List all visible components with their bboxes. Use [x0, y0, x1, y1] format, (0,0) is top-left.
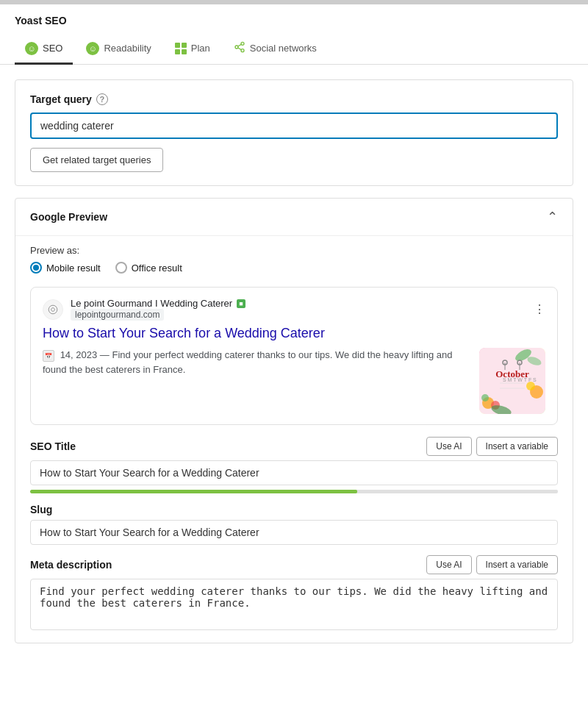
site-badge: ■	[237, 299, 245, 308]
main-content: Target query ? Get related target querie…	[0, 65, 588, 670]
tab-seo-label: SEO	[43, 43, 62, 54]
smiley-seo-icon: ☺	[25, 42, 38, 55]
tab-plan[interactable]: Plan	[165, 35, 220, 64]
target-query-input[interactable]	[30, 113, 558, 139]
google-preview-card: Le point Gourmand I Wedding Caterer ■ le…	[30, 287, 558, 425]
smiley-readability-icon: ☺	[86, 42, 99, 55]
get-related-button[interactable]: Get related target queries	[30, 148, 163, 172]
tab-seo[interactable]: ☺ SEO	[15, 35, 73, 65]
slug-label-row: Slug	[30, 504, 558, 515]
target-query-label-row: Target query ?	[30, 93, 558, 105]
preview-radio-group: Mobile result Office result	[30, 262, 558, 274]
tab-plan-label: Plan	[191, 43, 210, 54]
seo-title-label-row: SEO Title Use AI Insert a variable	[30, 437, 558, 456]
plan-icon	[175, 43, 187, 54]
slug-input[interactable]	[30, 520, 558, 545]
office-radio-dot	[115, 262, 127, 274]
site-name: Le point Gourmand I Wedding Caterer ■	[71, 298, 245, 309]
svg-text:S M T W T F S: S M T W T F S	[503, 377, 537, 382]
seo-title-label: SEO Title	[30, 440, 76, 452]
seo-title-progress-fill	[30, 490, 357, 493]
svg-point-7	[481, 394, 489, 401]
google-card-header: Le point Gourmand I Wedding Caterer ■ le…	[43, 298, 545, 321]
target-query-inner: Target query ? Get related target querie…	[15, 80, 573, 185]
google-thumbnail: October S M T W T F S	[479, 348, 545, 414]
app-title: Yoast SEO	[0, 4, 588, 34]
svg-line-3	[238, 48, 242, 50]
google-link-title[interactable]: How to Start Your Search for a Wedding C…	[43, 325, 545, 342]
google-snippet: 📅 14, 2023 — Find your perfect wedding c…	[43, 348, 470, 376]
mobile-radio-dot	[30, 262, 42, 274]
meta-description-textarea[interactable]: Find your perfect wedding caterer thanks…	[30, 579, 558, 630]
seo-title-insert-variable-button[interactable]: Insert a variable	[476, 437, 558, 456]
google-card-body: 📅 14, 2023 — Find your perfect wedding c…	[43, 348, 545, 414]
preview-controls: Preview as: Mobile result Office result	[15, 236, 573, 279]
tab-social-label: Social networks	[250, 43, 317, 54]
meta-description-section: Meta description Use AI Insert a variabl…	[15, 555, 573, 632]
snippet-dash: —	[100, 349, 112, 360]
thumbnail-svg: October S M T W T F S	[479, 348, 545, 414]
svg-line-4	[238, 44, 242, 46]
slug-label: Slug	[30, 504, 52, 515]
site-favicon	[43, 299, 63, 320]
seo-title-section: SEO Title Use AI Insert a variable	[15, 437, 573, 493]
share-icon	[234, 41, 245, 55]
google-card-site: Le point Gourmand I Wedding Caterer ■ le…	[43, 298, 245, 321]
meta-use-ai-button[interactable]: Use AI	[426, 555, 471, 574]
google-preview-header[interactable]: Google Preview ⌃	[15, 199, 573, 236]
slug-section: Slug	[15, 504, 573, 545]
seo-title-actions: Use AI Insert a variable	[426, 437, 558, 456]
three-dots-icon[interactable]: ⋮	[534, 302, 545, 316]
seo-title-progress-bar	[30, 490, 558, 493]
meta-description-actions: Use AI Insert a variable	[426, 555, 558, 574]
google-preview-section: Google Preview ⌃ Preview as: Mobile resu…	[15, 198, 573, 643]
tab-social[interactable]: Social networks	[223, 34, 327, 65]
mobile-radio-option[interactable]: Mobile result	[30, 262, 101, 274]
site-url: lepointgourmand.com	[71, 309, 164, 321]
seo-title-input[interactable]	[30, 460, 558, 485]
office-radio-option[interactable]: Office result	[115, 262, 182, 274]
mobile-radio-label: Mobile result	[46, 263, 101, 274]
office-radio-label: Office result	[132, 263, 182, 274]
tab-readability[interactable]: ☺ Readability	[76, 35, 161, 65]
meta-description-label-row: Meta description Use AI Insert a variabl…	[30, 555, 558, 574]
date-icon: 📅	[43, 350, 54, 362]
chevron-up-icon: ⌃	[547, 209, 558, 225]
preview-as-label: Preview as:	[30, 245, 558, 256]
google-preview-title: Google Preview	[30, 211, 107, 223]
svg-point-12	[526, 382, 535, 390]
snippet-date: 14, 2023	[60, 349, 98, 360]
help-icon[interactable]: ?	[96, 93, 108, 105]
site-info: Le point Gourmand I Wedding Caterer ■ le…	[71, 298, 245, 321]
target-query-section: Target query ? Get related target querie…	[15, 79, 573, 186]
seo-title-use-ai-button[interactable]: Use AI	[426, 437, 471, 456]
target-query-label-text: Target query	[30, 93, 92, 105]
tabs-bar: ☺ SEO ☺ Readability Plan Social networks	[0, 34, 588, 65]
meta-insert-variable-button[interactable]: Insert a variable	[476, 555, 558, 574]
meta-description-label: Meta description	[30, 559, 112, 571]
tab-readability-label: Readability	[104, 43, 151, 54]
